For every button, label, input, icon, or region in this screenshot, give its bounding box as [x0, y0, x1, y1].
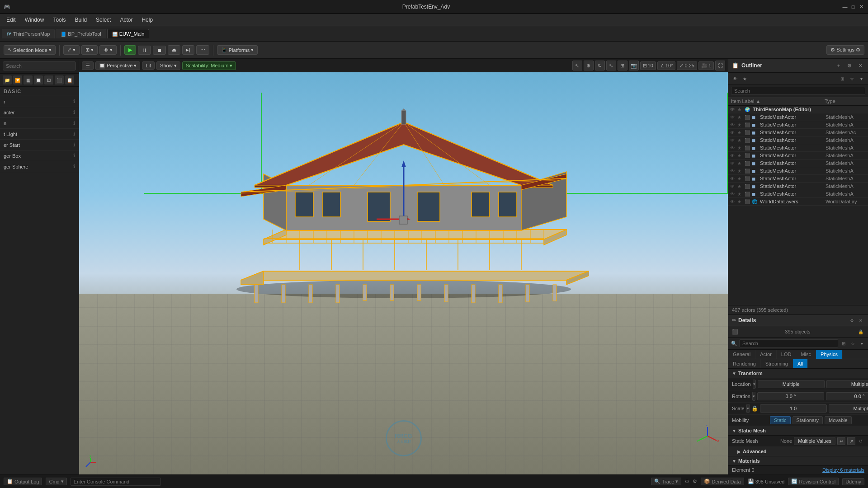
info-icon-pawn[interactable]: ℹ [73, 120, 75, 126]
outliner-settings-button[interactable]: ⚙ [845, 61, 854, 70]
outliner-item-0[interactable]: 👁 ★ ⬛ ◼ StaticMeshActor StaticMeshA [728, 113, 868, 121]
display-materials-link[interactable]: Display 6 materials [822, 467, 864, 473]
outliner-item-4[interactable]: 👁 ★ ⬛ ◼ StaticMeshActor StaticMeshA [728, 144, 868, 152]
static-mesh-dropdown[interactable]: Multiple Values [794, 437, 835, 445]
maximize-viewport-button[interactable]: ⛶ [715, 61, 725, 70]
info-icon-playerstart[interactable]: ℹ [73, 142, 75, 148]
menu-actor[interactable]: Actor [115, 15, 137, 25]
advanced-header[interactable]: ▶ Advanced [728, 447, 868, 456]
menu-help[interactable]: Help [137, 15, 157, 25]
outliner-close-button[interactable]: ✕ [856, 61, 864, 70]
outliner-item-1[interactable]: 👁 ★ ⬛ ◼ StaticMeshActor StaticMeshA [728, 121, 868, 129]
details-search-input[interactable] [739, 339, 838, 347]
outliner-item-8[interactable]: 👁 ★ ⬛ ◼ StaticMeshActor StaticMeshA [728, 175, 868, 183]
left-toolbar-icon-3[interactable]: ▦ [24, 75, 33, 84]
rotation-y-field[interactable] [826, 392, 868, 400]
tab-euw-main[interactable]: 🪟 EUW_Main [107, 29, 150, 38]
revision-control-button[interactable]: 🔄 Revision Control [788, 478, 839, 485]
location-x-field[interactable] [758, 380, 825, 388]
trace-button[interactable]: 🔍 Trace ▾ [651, 478, 682, 485]
details-tab-actor[interactable]: Actor [755, 350, 777, 359]
outliner-item-3[interactable]: 👁 ★ ⬛ ◼ StaticMeshActor StaticMeshA [728, 136, 868, 144]
outliner-item-6[interactable]: 👁 ★ ⬛ ◼ StaticMeshActor StaticMeshA [728, 160, 868, 167]
static-mesh-header[interactable]: ▼ Static Mesh [728, 426, 868, 436]
details-tab-lod[interactable]: LOD [777, 350, 797, 359]
maximize-button[interactable]: □ [850, 4, 856, 10]
play-button[interactable]: ▶ [124, 45, 136, 55]
info-icon-light[interactable]: ℹ [73, 131, 75, 137]
outliner-item-9[interactable]: 👁 ★ ⬛ ◼ StaticMeshActor StaticMeshA [728, 183, 868, 190]
minimize-button[interactable]: — [842, 4, 848, 10]
info-icon-actor[interactable]: ℹ [73, 99, 75, 104]
details-tab-misc[interactable]: Misc [796, 350, 816, 359]
mobility-static-button[interactable]: Static [770, 416, 791, 424]
menu-edit[interactable]: Edit [2, 15, 20, 25]
materials-header[interactable]: ▼ Materials [728, 456, 868, 466]
outliner-root-item[interactable]: 👁 ★ 🌍 ThirdPersonMap (Editor) [728, 106, 868, 113]
info-icon-triggersphere[interactable]: ℹ [73, 164, 75, 169]
details-settings-button[interactable]: ⚙ [848, 317, 855, 324]
info-icon-character[interactable]: ℹ [73, 109, 75, 115]
viewport-scene[interactable]: X Y Z RRCG 人人家材 [79, 72, 728, 474]
outliner-search-input[interactable] [731, 87, 865, 95]
left-toolbar-icon-5[interactable]: ⊡ [44, 75, 53, 84]
cam-speed-button[interactable]: 🎥 1 [698, 61, 714, 70]
cmd-button[interactable]: Cmd ▾ [46, 478, 66, 485]
tab-bp-prefabtool[interactable]: 📘 BP_PrefabTool [56, 29, 106, 38]
move-mode-button[interactable]: ⤢ ▾ [63, 45, 80, 55]
details-filter-grid-button[interactable]: ⊞ [840, 340, 847, 347]
left-toolbar-icon-1[interactable]: 📁 [3, 75, 12, 84]
details-filter-down-button[interactable]: ▾ [858, 340, 865, 347]
outliner-view-icon[interactable]: 👁 [731, 75, 739, 83]
left-item-character[interactable]: acter ℹ [0, 107, 79, 118]
eject-button[interactable]: ⏏ [168, 45, 180, 55]
console-input[interactable] [71, 478, 161, 486]
left-item-pawn[interactable]: n ℹ [0, 118, 79, 129]
outliner-item-5[interactable]: 👁 ★ ⬛ ◼ StaticMeshActor StaticMeshA [728, 152, 868, 160]
udemy-button[interactable]: Udemy [842, 478, 864, 485]
left-toolbar-icon-4[interactable]: 🔲 [34, 75, 43, 84]
more-options-button[interactable]: ⋯ [196, 45, 209, 55]
outliner-filter-icon[interactable]: ▾ [857, 75, 865, 83]
grid-snap-button[interactable]: ⊞ 10 [640, 61, 656, 70]
camera-icon[interactable]: 📷 [629, 61, 639, 70]
left-item-trigger-sphere[interactable]: ger Sphere ℹ [0, 161, 79, 172]
info-icon-triggerbox[interactable]: ℹ [73, 153, 75, 159]
settings-button[interactable]: ⚙ Settings ⚙ [826, 45, 864, 55]
static-mesh-find-button[interactable]: ↗ [847, 437, 855, 445]
scale-snap-button[interactable]: ⤢ 0.25 [677, 61, 697, 70]
scale-y-field[interactable] [829, 404, 868, 413]
outliner-star-icon[interactable]: ★ [741, 75, 749, 83]
outliner-add-button[interactable]: + [835, 61, 843, 70]
scale-dropdown[interactable]: ▾ [746, 404, 750, 413]
scalability-button[interactable]: Scalability: Medium ▾ [182, 61, 236, 70]
max-tool-icon[interactable]: ⊞ [618, 61, 627, 70]
transform-section-header[interactable]: ▼ Transform [728, 369, 868, 378]
tab-thirdpersonmap[interactable]: 🗺 ThirdPersonMap [2, 29, 55, 38]
details-tab-streaming[interactable]: Streaming [761, 359, 793, 368]
translate-tool-icon[interactable]: ⊕ [584, 61, 594, 70]
details-close-button[interactable]: ✕ [857, 317, 864, 324]
outliner-star2-icon[interactable]: ☆ [848, 75, 856, 83]
outliner-item-2[interactable]: 👁 ★ ⬛ ◼ StaticMeshActor StaticMeshAc [728, 129, 868, 136]
mobility-movable-button[interactable]: Movable [825, 416, 852, 424]
menu-build[interactable]: Build [70, 15, 91, 25]
location-dropdown[interactable]: ▾ [753, 380, 756, 389]
output-log-button[interactable]: 📋 Output Log [4, 478, 42, 485]
select-tool-icon[interactable]: ↖ [572, 61, 582, 70]
details-filter-star-button[interactable]: ☆ [849, 340, 856, 347]
selection-mode-button[interactable]: ↖ Selection Mode ▾ [4, 45, 56, 55]
left-toolbar-icon-6[interactable]: ⬛ [55, 75, 64, 84]
static-mesh-browse-button[interactable]: ↩ [837, 437, 845, 445]
outliner-item-10[interactable]: 👁 ★ ⬛ ◼ StaticMeshActor StaticMeshA [728, 190, 868, 198]
skip-button[interactable]: ▸| [182, 45, 194, 55]
left-item-player-start[interactable]: er Start ℹ [0, 140, 79, 150]
menu-window[interactable]: Window [20, 15, 49, 25]
menu-select[interactable]: Select [91, 15, 115, 25]
left-item-actor[interactable]: r ℹ [0, 96, 79, 107]
details-tab-general[interactable]: General [728, 350, 755, 359]
perspective-button[interactable]: 🔲 Perspective ▾ [95, 61, 140, 70]
details-tab-rendering[interactable]: Rendering [728, 359, 761, 368]
left-item-point-light[interactable]: t Light ℹ [0, 129, 79, 140]
rotation-x-field[interactable] [757, 392, 824, 400]
